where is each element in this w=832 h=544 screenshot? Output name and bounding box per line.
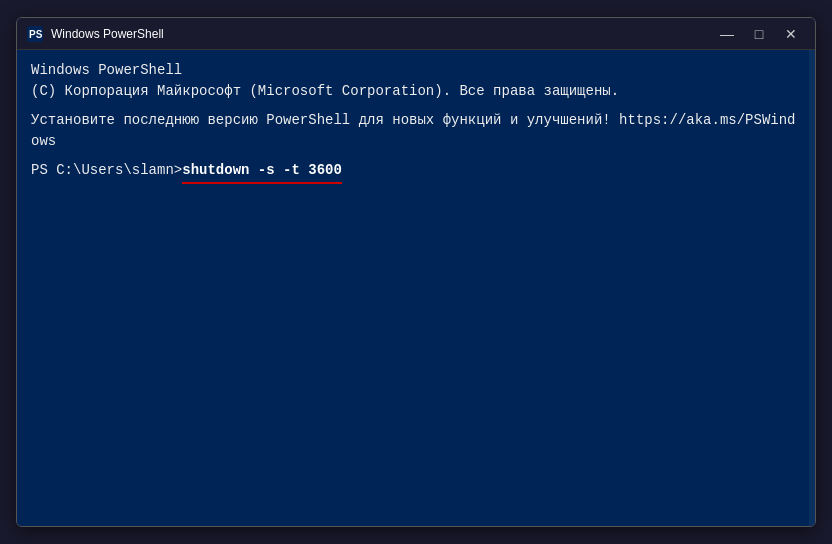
minimize-button[interactable]: —	[713, 24, 741, 44]
close-button[interactable]: ✕	[777, 24, 805, 44]
terminal-line-2: (C) Корпорация Майкрософт (Microsoft Cor…	[31, 81, 801, 102]
cmd-seconds: 3600	[308, 162, 342, 178]
terminal-line-1: Windows PowerShell	[31, 60, 801, 81]
terminal-gap-1	[31, 102, 801, 110]
powershell-window: PS Windows PowerShell — □ ✕ Windows Powe…	[16, 17, 816, 527]
terminal-body[interactable]: Windows PowerShell (C) Корпорация Майкро…	[17, 50, 815, 526]
titlebar: PS Windows PowerShell — □ ✕	[17, 18, 815, 50]
cmd-shutdown: shutdown	[182, 162, 249, 178]
svg-text:PS: PS	[29, 29, 43, 40]
terminal-gap-2	[31, 152, 801, 160]
terminal-prompt: PS C:\Users\slamn>	[31, 160, 182, 181]
powershell-icon: PS	[27, 26, 43, 42]
terminal-command: shutdown -s -t 3600	[182, 160, 342, 184]
terminal-line-4: Установите последнюю версию PowerShell д…	[31, 110, 801, 152]
window-controls: — □ ✕	[713, 24, 805, 44]
scrollbar[interactable]	[809, 50, 815, 526]
cmd-flags: -s -t	[249, 162, 308, 178]
window-title: Windows PowerShell	[51, 27, 713, 41]
maximize-button[interactable]: □	[745, 24, 773, 44]
terminal-command-line: PS C:\Users\slamn> shutdown -s -t 3600	[31, 160, 801, 184]
